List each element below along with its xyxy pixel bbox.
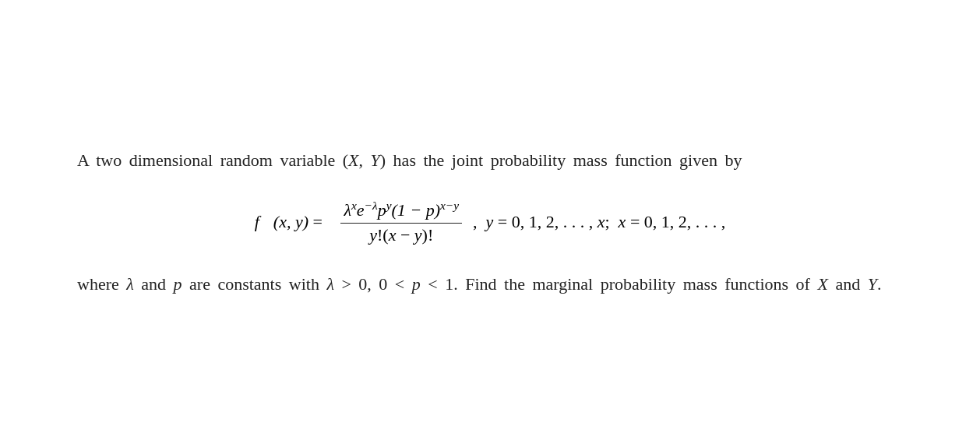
numerator: λxe−λpy(1 − p)x−y (340, 199, 462, 223)
formula-rhs: , y = 0, 1, 2, . . . , x; x = 0, 1, 2, .… (473, 212, 725, 232)
main-content: A two dimensional random variable (X, Y)… (62, 115, 918, 329)
formula-block: f (x, y) = λxe−λpy(1 − p)x−y y!(x − y)! … (77, 199, 903, 245)
formula-lhs: f (255, 212, 259, 232)
formula-equals: = (308, 212, 326, 232)
intro-paragraph: A two dimensional random variable (X, Y)… (77, 146, 903, 174)
conclusion-paragraph: where λ and p are constants with λ > 0, … (77, 270, 903, 298)
var-Y: Y (371, 150, 380, 170)
var-X: X (348, 150, 358, 170)
formula-parens-open: (x, y) (273, 212, 308, 232)
p-symbol: p (174, 274, 182, 294)
denominator: y!(x − y)! (366, 225, 436, 245)
Y-ref: Y (868, 274, 877, 294)
fraction: λxe−λpy(1 − p)x−y y!(x − y)! (340, 199, 462, 245)
X-ref: X (817, 274, 827, 294)
lambda-symbol: λ (126, 274, 134, 294)
